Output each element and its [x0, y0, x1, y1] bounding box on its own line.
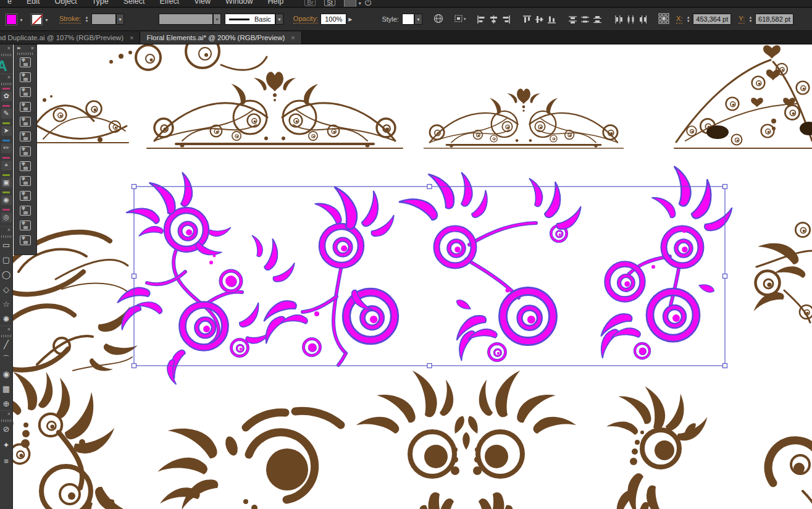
tool-panel-item[interactable]: ⌖ [0, 157, 12, 170]
menu-edit[interactable]: Edit [19, 0, 48, 7]
align-v-center-icon[interactable] [535, 15, 544, 24]
magenta-floral-4[interactable] [594, 165, 738, 358]
distribute-v-center-icon[interactable] [580, 15, 590, 24]
symbol-item[interactable] [20, 57, 31, 67]
stroke-swatch[interactable]: ▼ [31, 14, 42, 25]
tab-find-duplicate[interactable]: ind Duplicate.ai @ 107% (RGB/Preview) × [0, 32, 140, 44]
stroke-weight-stepper[interactable]: ▲▼ [83, 15, 90, 23]
wave-flourish-header[interactable] [25, 95, 128, 143]
menu-view[interactable]: View [186, 0, 218, 7]
image-tool-icon[interactable]: ▣ [1, 178, 12, 188]
line-tool-icon[interactable]: ╱ [1, 340, 12, 350]
opacity-field[interactable]: 100% [320, 14, 346, 25]
panel-grip[interactable] [1, 54, 11, 56]
crown-ornament-heart[interactable] [424, 88, 624, 148]
symbol-item[interactable] [20, 72, 31, 82]
calligraphic-flourish-2[interactable] [0, 306, 138, 376]
menu-object[interactable]: Object [48, 0, 85, 7]
panel-grip[interactable] [1, 83, 11, 85]
bridge-button[interactable]: Br [304, 0, 316, 6]
close-icon[interactable]: × [31, 45, 34, 51]
pencil-tool-icon[interactable]: ✏ [1, 143, 12, 153]
selection-handle-nw[interactable] [132, 185, 136, 189]
polar-grid-tool-icon[interactable]: ⊕ [1, 399, 12, 409]
arc-tool-icon[interactable]: ⌒ [1, 355, 12, 364]
symbol-item[interactable] [20, 146, 31, 156]
opacity-label[interactable]: Opacity: [293, 15, 318, 23]
close-icon[interactable]: × [7, 411, 10, 417]
stroke-weight-field[interactable] [91, 14, 116, 25]
bold-spiral-leaves[interactable] [157, 411, 341, 509]
shaper-tool-icon[interactable]: ⊘ [1, 424, 12, 434]
spiral-tool-icon[interactable]: ◉ [1, 369, 12, 379]
symbol-item[interactable] [20, 161, 31, 171]
symbol-item[interactable] [20, 235, 31, 245]
menu-select[interactable]: Select [116, 0, 153, 7]
grid-tool-icon[interactable]: ▦ [1, 384, 12, 394]
edge-spiral[interactable] [768, 440, 812, 509]
tool-panel-item[interactable]: ◎ [0, 209, 12, 222]
collapse-panel-icon[interactable]: ▸▸ [17, 45, 20, 51]
symbol-item[interactable] [20, 191, 31, 201]
distribute-h-center-icon[interactable] [626, 15, 635, 24]
selection-handle-s[interactable] [427, 364, 432, 368]
magenta-floral-1[interactable] [115, 172, 299, 385]
brush-dropdown[interactable]: ▼ [275, 14, 283, 25]
tool-panel-item[interactable]: ➤ [0, 122, 12, 136]
transform-reference-icon[interactable] [658, 12, 670, 26]
panel-grip[interactable] [17, 53, 33, 55]
align-top-icon[interactable] [522, 15, 532, 24]
right-edge-flourish[interactable] [750, 222, 812, 322]
selection-handle-ne[interactable] [723, 185, 727, 189]
distribute-left-icon[interactable] [614, 15, 623, 24]
width-profile-dropdown[interactable]: ▼ [213, 14, 221, 25]
stock-button[interactable]: St [324, 0, 335, 6]
ellipse-tool-icon[interactable]: ◯ [1, 270, 12, 280]
wand-tool-icon[interactable]: ✎ [1, 109, 12, 119]
x-label[interactable]: X: [676, 15, 682, 23]
selection-handle-se[interactable] [723, 364, 727, 368]
tool-panel-item[interactable]: ✏ [0, 140, 12, 153]
menu-file-partial[interactable]: e [0, 0, 19, 7]
close-icon[interactable]: × [7, 227, 10, 233]
rectangle-tool-icon[interactable]: ▭ [1, 240, 12, 250]
tool-panel-item[interactable]: ▣ [0, 174, 12, 188]
opacity-dropdown[interactable]: ▶ [348, 17, 352, 22]
selection-handle-n[interactable] [427, 185, 432, 189]
partial-swirls-top[interactable] [109, 44, 267, 70]
selection-handle-sw[interactable] [132, 364, 136, 368]
x-stepper[interactable]: ▲▼ [685, 15, 692, 23]
tool-panel-item[interactable]: ✿ [0, 88, 12, 101]
tool-panel-item[interactable]: ◉ [0, 191, 12, 205]
symbol-item[interactable] [20, 102, 31, 112]
panel-grip[interactable] [1, 419, 11, 422]
align-bottom-icon[interactable] [547, 15, 556, 24]
lines-tool-icon[interactable]: ≡ [1, 456, 12, 466]
symbol-item[interactable] [20, 206, 31, 216]
corner-damask-floral[interactable] [0, 367, 136, 509]
gpu-performance-icon[interactable]: ⏻ [365, 0, 371, 7]
fill-swatch[interactable]: ▼ [6, 14, 17, 25]
selection-handle-e[interactable] [723, 274, 727, 279]
symbol-item[interactable] [20, 221, 31, 230]
close-icon[interactable]: × [7, 45, 10, 51]
symbol-item[interactable] [20, 132, 31, 141]
flare-tool-icon[interactable]: ✺ [1, 314, 12, 324]
style-dropdown[interactable]: ▼ [414, 14, 422, 25]
distribute-top-icon[interactable] [568, 15, 577, 24]
stroke-label[interactable]: Stroke: [59, 15, 81, 23]
tab-close-icon[interactable]: × [291, 34, 295, 41]
ornate-crown-hearts[interactable] [674, 45, 812, 148]
tool-panel-item[interactable]: ✎ [0, 105, 12, 119]
menu-window[interactable]: Window [218, 0, 260, 7]
polygon-tool-icon[interactable]: ◇ [1, 285, 12, 295]
tab-floral-elements[interactable]: Floral Elements.ai* @ 200% (RGB/Preview)… [140, 32, 301, 44]
ring-tool-icon[interactable]: ◎ [1, 212, 12, 222]
symbol-item[interactable] [20, 117, 31, 127]
menu-type[interactable]: Type [85, 0, 116, 7]
brush-definition-field[interactable]: Basic [225, 14, 275, 25]
document-setup-icon[interactable] [433, 14, 443, 25]
vertical-floral[interactable] [606, 384, 713, 509]
distribute-bottom-icon[interactable] [593, 15, 602, 24]
brush-tool-icon[interactable]: ✿ [1, 91, 12, 101]
